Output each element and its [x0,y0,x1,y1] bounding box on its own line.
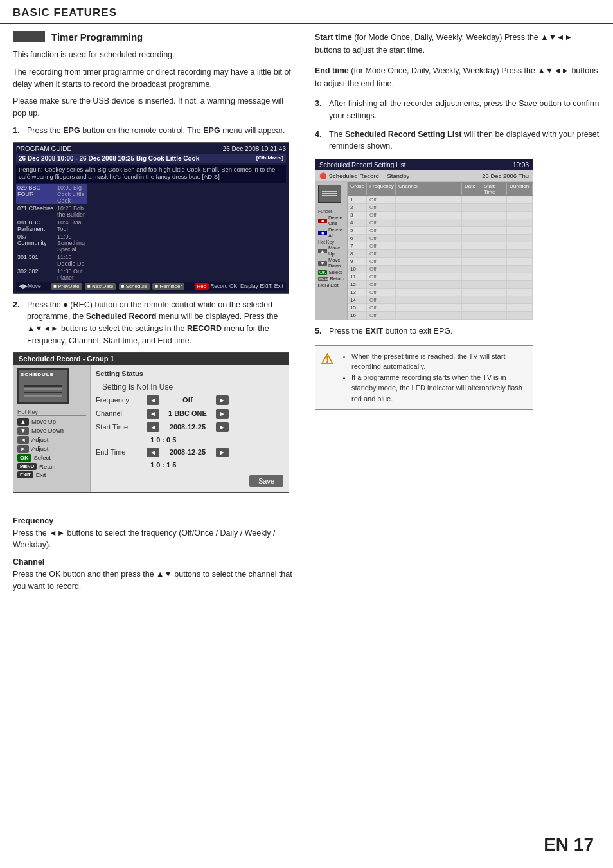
srsl-content: Funder ■ Delete One ■ Delete All Hot Key… [315,182,533,320]
srsl-hk-exit: EXIT Exit [318,282,344,288]
channel-right-btn[interactable]: ► [216,409,229,419]
start-time-heading: Start time [315,33,352,42]
warning-item-2: If a programme recording starts when the… [351,372,528,404]
start-time-text: (for Mode Once, Daily, Weekly, Weekday) … [315,33,573,55]
epg-channel-row-3: 081 BBC Parliament 10:40 Ma Too! [16,219,87,233]
epg-channel-row-2: 071 CBeebies 10:25 Bob the Builder [16,204,87,219]
epg-description: Penguin: Cookey series with Big Cook Ben… [16,165,286,183]
section-title: Timer Programming [13,31,296,42]
epg-header: PROGRAM GUIDE 26 Dec 2008 10:21:43 [16,145,286,152]
srsl-table-row: 8 Off [348,250,533,258]
intro-para-2: The recording from timer programme or di… [13,66,296,91]
srsl-hk-move-up: ▲ Move Up [318,245,344,257]
warning-text: When the preset time is reached, the TV … [341,351,528,404]
srsl-standby-label: 🔴 [319,172,327,179]
srsl-header: Scheduled Record Setting List 10:03 [315,159,533,170]
frequency-right-btn[interactable]: ► [216,395,229,405]
srsl-hk-move-down: ▼ Move Down [318,257,344,269]
hotkey-adjust-right: ► Adjust [17,445,86,453]
srsl-table-row: 9 Off [348,258,533,266]
srsl-table-row: 1 Off [348,196,533,204]
end-time-text: (for Mode Once, Daily, Weekly, Weekday) … [315,66,598,88]
epg-channel-row-5: 301 301 11:15 Doodle Do [16,253,87,267]
frequency-left-btn[interactable]: ◄ [147,395,159,405]
srsl-table-row: 2 Off [348,204,533,212]
epg-channels-col: 029 BBC FOUR 10:00 Big Cook Little Cook … [16,184,87,282]
srsl-table-row: 15 Off [348,304,533,312]
epg-channel-row-6: 302 302 11:35 Out Planet [16,267,87,282]
srsl-hk-delete-one: ■ Delete One [318,215,344,226]
srsl-time: 10:03 [513,161,529,168]
srsl-box: Scheduled Record Setting List 10:03 🔴 Sc… [315,159,533,320]
end-time-left-btn[interactable]: ◄ [147,448,159,457]
start-time-right-btn[interactable]: ► [216,422,229,432]
srsl-table-header: Group Frequency Channel Date Start Time … [348,182,533,196]
setting-status-label: Setting Status [96,370,283,377]
srd-hotkeys: Hot Key ▲ Move Up ▼ Move Down ◄ Adjust [17,409,86,478]
intro-para-3: Please make sure the USB device is inser… [13,95,296,120]
end-time-label: End Time [96,448,144,456]
srsl-left-col: Funder ■ Delete One ■ Delete All Hot Key… [315,182,348,320]
srd-body: SCHEDULE Hot Key ▲ Move Up [13,365,289,492]
epg-move-label: ◀▶Move [19,283,41,289]
bottom-section: Frequency Press the ◄► buttons to select… [0,503,613,604]
step-1-epg-bold: EPG [63,126,80,135]
epg-screenshot: PROGRAM GUIDE 26 Dec 2008 10:21:43 26 De… [13,142,289,294]
start-time-label: Start Time [96,423,144,431]
srsl-hotkeys: Funder ■ Delete One ■ Delete All Hot Key… [315,208,347,290]
step-5-right: 5. Press the EXIT button to exit EPG. [315,325,600,338]
page-header: BASIC FEATURES [0,0,613,24]
srsl-rows: 1 Off 2 Off 3 Off 4 Off [348,196,533,320]
srsl-standby-row: 🔴 Scheduled Record Standby 25 Dec 2006 T… [315,170,533,182]
epg-channel-list: 029 BBC FOUR 10:00 Big Cook Little Cook … [16,184,286,282]
srsl-table-row: 6 Off [348,235,533,242]
channel-label: Channel [96,410,144,417]
frequency-row: Frequency ◄ Off ► [96,395,283,405]
start-date-value: 2008-12-25 [162,423,213,431]
end-time-desc: End time (for Mode Once, Daily, Weekly, … [315,64,600,90]
scheduled-record-dialog: Scheduled Record - Group 1 SCHEDULE [13,352,289,493]
step-3-right: 3. After finishing all the recorder adju… [315,98,600,122]
channel-left-btn[interactable]: ◄ [147,409,159,419]
right-column: Start time (for Mode Once, Daily, Weekly… [308,31,600,498]
channel-text: Press the OK button and then press the ▲… [13,568,296,593]
left-column: Timer Programming This function is used … [13,31,308,498]
section-heading: Timer Programming [51,32,143,42]
srsl-table-row: 12 Off [348,281,533,289]
epg-title: PROGRAM GUIDE [16,145,71,152]
warning-item-1: When the preset time is reached, the TV … [351,351,528,372]
channel-row: Channel ◄ 1 BBC ONE ► [96,409,283,419]
srsl-title: Scheduled Record Setting List [319,161,406,168]
srsl-table-row: 5 Off [348,227,533,235]
epg-datetime: 26 Dec 2008 10:21:43 [223,145,286,152]
step-4-right: 4. The Scheduled Record Setting List wil… [315,129,600,153]
intro-para-1: This function is used for scheduled reco… [13,49,296,61]
step-1-epg-bold2: EPG [203,126,220,135]
hotkey-adjust-left: ◄ Adjust [17,436,86,444]
epg-rec-label: Rec Record OK: Display EXIT: Exit [195,283,283,289]
epg-info-date: 26 Dec 2008 10:00 - 26 Dec 2008 10:25 Bi… [16,154,286,163]
step-5-text: Press the EXIT button to exit EPG. [329,325,452,338]
frequency-label: Frequency [96,396,144,404]
srd-left-panel: SCHEDULE Hot Key ▲ Move Up [13,365,91,492]
step-4-text: The Scheduled Record Setting List will t… [329,129,600,153]
schedule-icon: SCHEDULE [17,368,69,404]
setting-status-value: Setting Is Not In Use [102,383,283,392]
start-time-left-btn[interactable]: ◄ [147,422,159,432]
save-button[interactable]: Save [249,475,283,487]
step-1-num: 1. [13,125,23,137]
warning-box: ⚠ When the preset time is reached, the T… [315,345,533,410]
hotkey-move-down: ▼ Move Down [17,427,86,435]
epg-nav-buttons: ■ PrevDate ■ NextDate ■ Schedule ■ Remin… [50,283,185,289]
hotkey-move-up: ▲ Move Up [17,418,86,426]
freq-heading: Frequency [13,516,296,525]
end-date-value: 2008-12-25 [162,448,213,456]
freq-text: Press the ◄► buttons to select the frequ… [13,527,296,552]
hotkey-select: OK Select [17,454,86,462]
end-time-right-btn[interactable]: ► [216,448,229,457]
title-bar-decoration [13,31,45,42]
end-time-heading: End time [315,66,349,75]
end-time-digits: 1 0 : 1 5 [150,461,283,469]
warning-icon: ⚠ [321,351,336,404]
bottom-left: Frequency Press the ◄► buttons to select… [13,510,308,598]
